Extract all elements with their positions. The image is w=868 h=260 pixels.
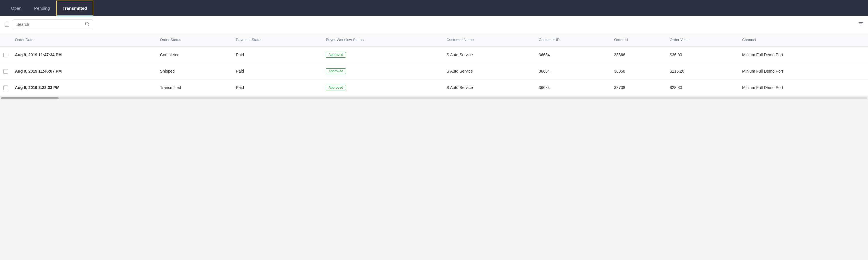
tab-open[interactable]: Open — [5, 1, 28, 16]
cell-customer-id: 36684 — [535, 47, 611, 63]
cell-order-id: 38866 — [611, 47, 666, 63]
svg-line-1 — [88, 25, 89, 26]
table-row[interactable]: Aug 9, 2019 8:22:33 PMTransmittedPaidApp… — [0, 79, 868, 96]
col-order-status: Order Status — [157, 33, 232, 47]
row-checkbox[interactable] — [3, 69, 8, 74]
search-input[interactable] — [17, 22, 83, 27]
tab-transmitted[interactable]: Transmitted — [56, 1, 93, 16]
col-customer-id: Customer ID — [535, 33, 611, 47]
cell-order-status: Completed — [157, 47, 232, 63]
select-all-checkbox[interactable] — [5, 22, 9, 27]
orders-table: Order Date Order Status Payment Status B… — [0, 33, 868, 96]
cell-order-value: $115.20 — [666, 63, 739, 79]
row-checkbox[interactable] — [3, 85, 8, 90]
row-checkbox[interactable] — [3, 53, 8, 58]
scrollbar-thumb[interactable] — [1, 97, 59, 99]
cell-order-id: 38708 — [611, 79, 666, 96]
cell-customer-name: S Auto Service — [443, 79, 535, 96]
table-header-row: Order Date Order Status Payment Status B… — [0, 33, 868, 47]
col-payment-status: Payment Status — [232, 33, 322, 47]
cell-order-value: $28.80 — [666, 79, 739, 96]
cell-order-id: 38858 — [611, 63, 666, 79]
cell-order-date: Aug 9, 2019 11:47:34 PM — [11, 47, 157, 63]
cell-channel: Minium Full Demo Port — [739, 79, 868, 96]
col-customer-name: Customer Name — [443, 33, 535, 47]
scrollbar-track — [1, 97, 867, 99]
col-order-value: Order Value — [666, 33, 739, 47]
horizontal-scrollbar[interactable] — [0, 96, 868, 100]
orders-table-container: Order Date Order Status Payment Status B… — [0, 33, 868, 96]
col-order-id: Order Id — [611, 33, 666, 47]
cell-order-status: Shipped — [157, 63, 232, 79]
col-checkbox — [0, 33, 11, 47]
cell-order-date: Aug 9, 2019 8:22:33 PM — [11, 79, 157, 96]
search-box — [13, 20, 93, 29]
cell-buyer-workflow-status: Approved — [322, 47, 443, 63]
tab-pending[interactable]: Pending — [28, 1, 56, 16]
approved-badge: Approved — [326, 68, 346, 74]
filter-icon[interactable] — [858, 21, 863, 28]
table-row[interactable]: Aug 9, 2019 11:47:34 PMCompletedPaidAppr… — [0, 47, 868, 63]
cell-buyer-workflow-status: Approved — [322, 63, 443, 79]
cell-payment-status: Paid — [232, 79, 322, 96]
cell-channel: Minium Full Demo Port — [739, 47, 868, 63]
cell-order-date: Aug 9, 2019 11:46:07 PM — [11, 63, 157, 79]
approved-badge: Approved — [326, 52, 346, 58]
cell-payment-status: Paid — [232, 63, 322, 79]
cell-customer-name: S Auto Service — [443, 63, 535, 79]
cell-order-value: $36.00 — [666, 47, 739, 63]
search-icon — [85, 22, 89, 27]
tab-bar: Open Pending Transmitted — [0, 0, 868, 16]
col-channel: Channel — [739, 33, 868, 47]
cell-channel: Minium Full Demo Port — [739, 63, 868, 79]
col-buyer-workflow-status: Buyer Workflow Status — [322, 33, 443, 47]
cell-customer-id: 36684 — [535, 63, 611, 79]
toolbar — [0, 16, 868, 33]
cell-customer-id: 36684 — [535, 79, 611, 96]
col-order-date: Order Date — [11, 33, 157, 47]
cell-payment-status: Paid — [232, 47, 322, 63]
cell-customer-name: S Auto Service — [443, 47, 535, 63]
cell-order-status: Transmitted — [157, 79, 232, 96]
cell-buyer-workflow-status: Approved — [322, 79, 443, 96]
table-row[interactable]: Aug 9, 2019 11:46:07 PMShippedPaidApprov… — [0, 63, 868, 79]
approved-badge: Approved — [326, 85, 346, 90]
